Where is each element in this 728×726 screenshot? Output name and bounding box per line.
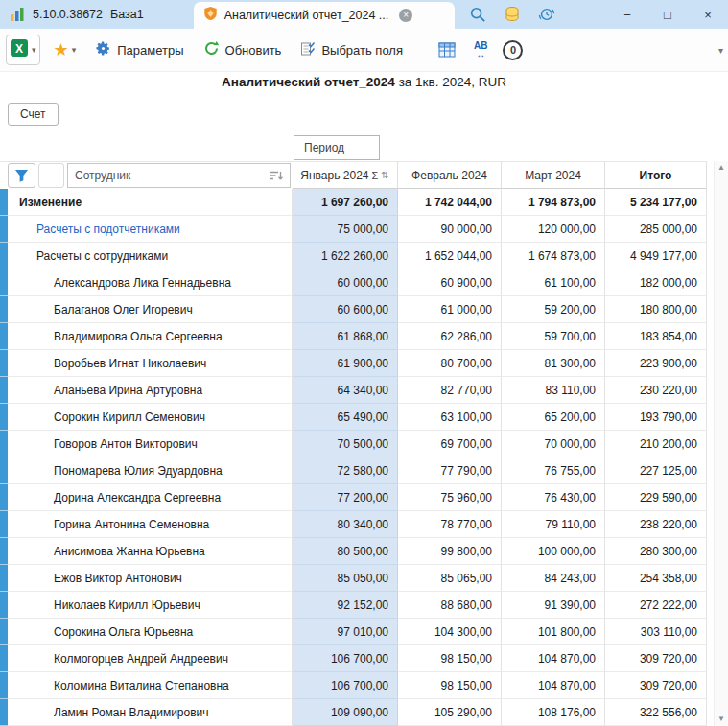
cell-value[interactable]: 193 790,00 [605,404,707,431]
cell-value[interactable]: 60 900,00 [398,269,502,296]
cell-value[interactable]: 100 000,00 [502,538,605,565]
cell-value[interactable]: 85 050,00 [293,565,398,592]
cell-value[interactable]: 70 500,00 [293,431,398,457]
excel-export-button[interactable]: X ▾ [6,35,40,65]
excel-dropdown-caret[interactable]: ▾ [32,45,36,55]
cell-value[interactable]: 182 000,00 [605,269,707,296]
cell-value[interactable]: 69 700,00 [398,431,502,457]
autofit-ab-icon[interactable]: AB ↔ [474,41,487,59]
cell-value[interactable]: 309 720,00 [605,645,707,672]
tab-close-icon[interactable]: × [399,9,412,22]
cell-value[interactable]: 101 800,00 [502,619,605,645]
cell-value[interactable]: 62 286,00 [398,323,502,350]
cell-value[interactable]: 229 590,00 [605,484,707,511]
cell-value[interactable]: 61 868,00 [293,323,398,350]
cell-value[interactable]: 82 770,00 [398,377,502,404]
cell-value[interactable]: 303 110,00 [605,619,707,645]
column-header-jan[interactable]: Январь 2024 Σ ⇅ [293,162,398,189]
cell-value[interactable]: 81 300,00 [502,350,605,377]
cell-value[interactable]: 84 243,00 [502,565,605,592]
cell-value[interactable]: 99 800,00 [398,538,502,565]
employee-column-header[interactable]: Сотрудник [67,163,291,188]
cell-value[interactable]: 230 220,00 [605,377,707,404]
cell-value[interactable]: 61 100,00 [502,269,605,296]
cell-value[interactable]: 88 680,00 [398,592,502,619]
refresh-button[interactable]: Обновить [203,40,282,59]
zero-values-icon[interactable]: 0 [503,40,523,60]
favorites-dropdown-caret[interactable]: ▾ [72,45,77,55]
cell-value[interactable]: 80 340,00 [293,511,398,538]
cell-value[interactable]: 63 100,00 [398,404,502,431]
cell-value[interactable]: 59 200,00 [502,296,605,323]
cell-value[interactable]: 183 854,00 [605,323,707,350]
choose-fields-button[interactable]: Выбрать поля [300,41,403,59]
cell-value[interactable]: 70 000,00 [502,431,605,457]
cell-value[interactable]: 1 794 873,00 [502,189,605,216]
cell-value[interactable]: 77 790,00 [398,457,502,484]
cell-value[interactable]: 104 300,00 [398,619,502,645]
cell-value[interactable]: 120 000,00 [502,216,605,243]
report-tab[interactable]: Аналитический отчет_2024 ... × [194,2,455,29]
cell-value[interactable]: 76 755,00 [502,457,605,484]
cell-value[interactable]: 106 700,00 [293,645,398,672]
cell-value[interactable]: 4 949 177,00 [605,243,707,269]
account-button[interactable]: Счет [8,103,59,126]
cell-value[interactable]: 1 697 260,00 [293,189,398,216]
cell-value[interactable]: 92 152,00 [293,592,398,619]
cell-value[interactable]: 91 390,00 [502,592,605,619]
vertical-scrollbar[interactable]: ▲ ▼ [714,161,728,726]
cell-value[interactable]: 72 580,00 [293,457,398,484]
cell-value[interactable]: 75 000,00 [293,216,398,243]
cell-value[interactable]: 64 340,00 [293,377,398,404]
cell-value[interactable]: 5 234 177,00 [605,189,707,216]
scroll-down-icon[interactable]: ▼ [717,715,725,723]
cell-value[interactable]: 83 110,00 [502,377,605,404]
cell-value[interactable]: 285 000,00 [605,216,707,243]
cell-value[interactable]: 1 674 873,00 [502,243,605,269]
cell-value[interactable]: 322 556,00 [605,699,707,726]
cell-value[interactable]: 309 720,00 [605,672,707,699]
cell-value[interactable]: 227 125,00 [605,457,707,484]
cell-value[interactable]: 79 110,00 [502,511,605,538]
cell-value[interactable]: 104 870,00 [502,645,605,672]
cell-value[interactable]: 105 290,00 [398,699,502,726]
cell-value[interactable]: 75 960,00 [398,484,502,511]
database-icon[interactable] [501,3,524,26]
column-header-feb[interactable]: Февраль 2024 [398,162,502,189]
cell-value[interactable]: 59 700,00 [502,323,605,350]
scroll-up-icon[interactable]: ▲ [717,164,725,172]
cell-value[interactable]: 65 490,00 [293,404,398,431]
cell-value[interactable]: 60 600,00 [293,296,398,323]
cell-value[interactable]: 108 176,00 [502,699,605,726]
table-grid-icon[interactable] [435,38,458,61]
cell-value[interactable]: 80 500,00 [293,538,398,565]
column-header-total[interactable]: Итого [605,162,707,189]
search-icon[interactable] [466,3,489,26]
selector-box[interactable] [38,163,64,188]
cell-value[interactable]: 254 358,00 [605,565,707,592]
cell-value[interactable]: 104 870,00 [502,672,605,699]
column-sort-icon[interactable]: ⇅ [381,170,388,180]
period-field[interactable]: Период [294,135,380,160]
cell-value[interactable]: 210 200,00 [605,431,707,457]
cell-value[interactable]: 1 622 260,00 [293,243,398,269]
toolbar-overflow-caret[interactable]: ▾ [718,45,723,56]
cell-value[interactable]: 90 000,00 [398,216,502,243]
cell-value[interactable]: 106 700,00 [293,672,398,699]
cell-value[interactable]: 109 090,00 [293,699,398,726]
cell-value[interactable]: 280 300,00 [605,538,707,565]
cell-value[interactable]: 77 200,00 [293,484,398,511]
row-label[interactable]: Расчеты с подотчетниками [8,216,293,243]
cell-value[interactable]: 60 000,00 [293,269,398,296]
cell-value[interactable]: 85 065,00 [398,565,502,592]
minimize-button[interactable]: − [607,0,647,29]
cell-value[interactable]: 97 010,00 [293,619,398,645]
cell-value[interactable]: 98 150,00 [398,672,502,699]
cell-value[interactable]: 80 700,00 [398,350,502,377]
cell-value[interactable]: 238 220,00 [605,511,707,538]
cell-value[interactable]: 272 222,00 [605,592,707,619]
cell-value[interactable]: 78 770,00 [398,511,502,538]
column-header-mar[interactable]: Март 2024 [502,162,605,189]
cell-value[interactable]: 1 742 044,00 [398,189,502,216]
cell-value[interactable]: 61 900,00 [293,350,398,377]
